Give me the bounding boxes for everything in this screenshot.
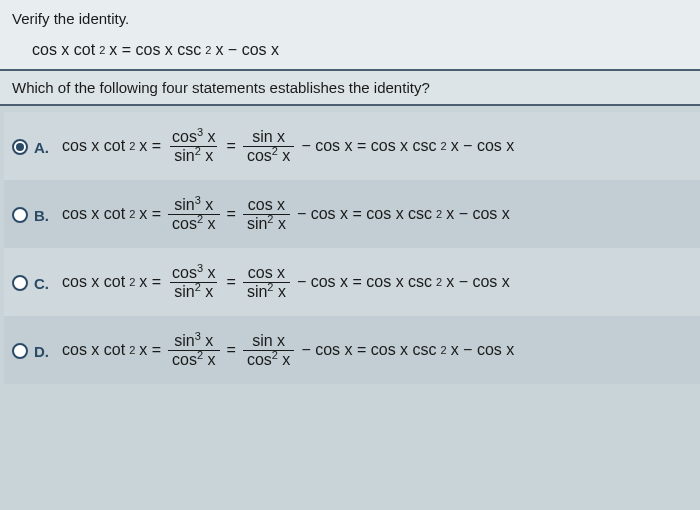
radio-column: C. bbox=[12, 273, 62, 292]
option-label: A. bbox=[34, 139, 49, 156]
lhs-a: cos x cot bbox=[62, 205, 125, 223]
mid-text: − cos x = cos x csc bbox=[301, 137, 436, 155]
radio-button[interactable] bbox=[12, 343, 28, 359]
fraction-2: sin xcos2 x bbox=[243, 128, 294, 165]
tail-text: x − cos x bbox=[451, 137, 515, 155]
radio-column: D. bbox=[12, 341, 62, 360]
fraction-1-denominator: cos2 x bbox=[168, 214, 219, 233]
fraction-2-numerator: cos x bbox=[244, 196, 289, 214]
fraction-1: sin3 xcos2 x bbox=[168, 332, 219, 369]
option-equation: cos x cot2x =sin3 xcos2 x=sin xcos2 x− c… bbox=[62, 332, 514, 369]
identity-part-b: x = cos x csc bbox=[109, 41, 201, 59]
fraction-1: cos3 xsin2 x bbox=[168, 264, 219, 301]
fraction-1-numerator: sin3 x bbox=[170, 196, 217, 214]
option-equation: cos x cot2x =cos3 xsin2 x=sin xcos2 x− c… bbox=[62, 128, 514, 165]
mid-text: − cos x = cos x csc bbox=[297, 273, 432, 291]
tail-text: x − cos x bbox=[451, 341, 515, 359]
lhs-a: cos x cot bbox=[62, 341, 125, 359]
fraction-2: cos xsin2 x bbox=[243, 264, 290, 301]
lhs-b: x = bbox=[139, 341, 161, 359]
option-equation: cos x cot2x =sin3 xcos2 x=cos xsin2 x− c… bbox=[62, 196, 510, 233]
lhs-b: x = bbox=[139, 273, 161, 291]
fraction-2-denominator: sin2 x bbox=[243, 282, 290, 301]
fraction-1-numerator: sin3 x bbox=[170, 332, 217, 350]
radio-button[interactable] bbox=[12, 207, 28, 223]
mid-text: − cos x = cos x csc bbox=[301, 341, 436, 359]
radio-column: A. bbox=[12, 137, 62, 156]
fraction-2-denominator: cos2 x bbox=[243, 146, 294, 165]
equals-1: = bbox=[227, 205, 236, 223]
options-list: A.cos x cot2x =cos3 xsin2 x=sin xcos2 x−… bbox=[0, 106, 700, 384]
option-label: B. bbox=[34, 207, 49, 224]
fraction-1-numerator: cos3 x bbox=[168, 128, 219, 146]
option-row-c[interactable]: C.cos x cot2x =cos3 xsin2 x=cos xsin2 x−… bbox=[4, 248, 700, 316]
tail-text: x − cos x bbox=[446, 273, 510, 291]
option-row-d[interactable]: D.cos x cot2x =sin3 xcos2 x=sin xcos2 x−… bbox=[4, 316, 700, 384]
option-row-b[interactable]: B.cos x cot2x =sin3 xcos2 x=cos xsin2 x−… bbox=[4, 180, 700, 248]
fraction-2-denominator: sin2 x bbox=[243, 214, 290, 233]
fraction-2-denominator: cos2 x bbox=[243, 350, 294, 369]
instruction-text: Verify the identity. bbox=[12, 10, 688, 27]
fraction-1-denominator: sin2 x bbox=[170, 282, 217, 301]
fraction-2-numerator: sin x bbox=[248, 128, 289, 146]
lhs-b: x = bbox=[139, 137, 161, 155]
equals-1: = bbox=[227, 273, 236, 291]
radio-button[interactable] bbox=[12, 275, 28, 291]
fraction-2-numerator: sin x bbox=[248, 332, 289, 350]
option-row-a[interactable]: A.cos x cot2x =cos3 xsin2 x=sin xcos2 x−… bbox=[4, 112, 700, 180]
mid-text: − cos x = cos x csc bbox=[297, 205, 432, 223]
fraction-1-denominator: cos2 x bbox=[168, 350, 219, 369]
equals-1: = bbox=[227, 137, 236, 155]
question-strip: Which of the following four statements e… bbox=[0, 71, 700, 106]
fraction-2-numerator: cos x bbox=[244, 264, 289, 282]
equals-1: = bbox=[227, 341, 236, 359]
fraction-1-denominator: sin2 x bbox=[170, 146, 217, 165]
lhs-b: x = bbox=[139, 205, 161, 223]
lhs-a: cos x cot bbox=[62, 273, 125, 291]
radio-button[interactable] bbox=[12, 139, 28, 155]
option-label: C. bbox=[34, 275, 49, 292]
radio-column: B. bbox=[12, 205, 62, 224]
header: Verify the identity. cos x cot2 x = cos … bbox=[0, 0, 700, 71]
question-text: Which of the following four statements e… bbox=[12, 79, 430, 96]
fraction-2: sin xcos2 x bbox=[243, 332, 294, 369]
option-label: D. bbox=[34, 343, 49, 360]
option-equation: cos x cot2x =cos3 xsin2 x=cos xsin2 x− c… bbox=[62, 264, 510, 301]
lhs-a: cos x cot bbox=[62, 137, 125, 155]
identity-equation: cos x cot2 x = cos x csc2 x − cos x bbox=[12, 41, 688, 59]
fraction-1-numerator: cos3 x bbox=[168, 264, 219, 282]
fraction-1: sin3 xcos2 x bbox=[168, 196, 219, 233]
tail-text: x − cos x bbox=[446, 205, 510, 223]
fraction-1: cos3 xsin2 x bbox=[168, 128, 219, 165]
identity-part-a: cos x cot bbox=[32, 41, 95, 59]
fraction-2: cos xsin2 x bbox=[243, 196, 290, 233]
identity-part-c: x − cos x bbox=[215, 41, 279, 59]
